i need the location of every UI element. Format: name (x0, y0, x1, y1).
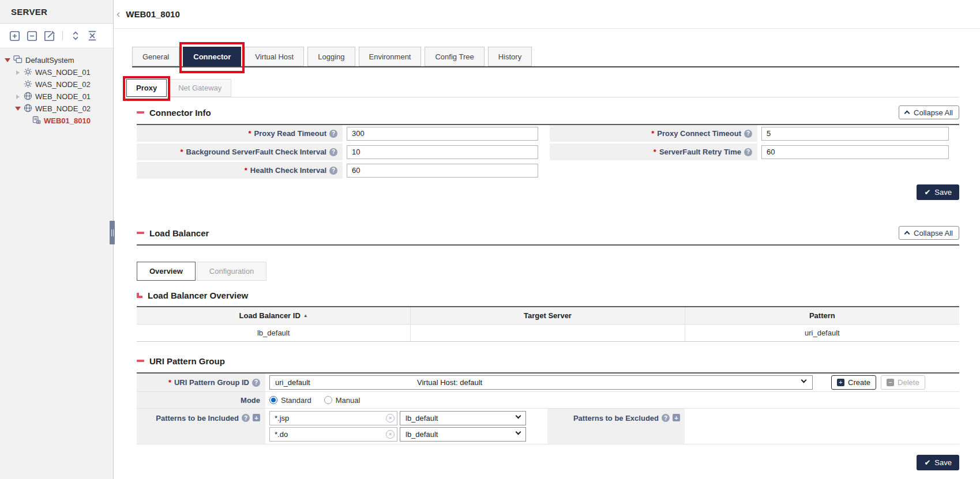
section-title: URI Pattern Group (137, 356, 225, 366)
help-icon[interactable]: ? (329, 167, 337, 175)
create-button[interactable]: + Create (831, 375, 876, 390)
radio-label-manual[interactable]: Manual (336, 396, 361, 405)
radio-standard[interactable] (269, 396, 277, 404)
tree-item-label: WAS_NODE_01 (35, 68, 91, 77)
tree-item-was-node-01[interactable]: WAS_NODE_01 (5, 66, 111, 78)
help-icon[interactable]: ? (329, 148, 337, 156)
delete-button[interactable]: − Delete (881, 375, 925, 390)
column-header-load-balancer-id[interactable]: Load Balancer ID ▲ (137, 307, 411, 324)
main-content: General Connector Virtual Host Logging E… (114, 29, 980, 479)
pattern-lb-select[interactable]: lb_default (400, 427, 526, 442)
background-serverfault-check-interval-input[interactable] (347, 145, 538, 159)
expanded-arrow-icon[interactable] (5, 58, 10, 62)
radio-manual[interactable] (324, 396, 332, 404)
tab-config-tree[interactable]: Config Tree (425, 47, 484, 66)
server-icon (32, 116, 41, 126)
patterns-row: Patterns to be Included ? + ✕ lb_default (137, 409, 959, 444)
help-icon[interactable]: ? (744, 130, 752, 138)
pattern-input-jsp[interactable] (269, 411, 397, 425)
section-title: Load Balancer (137, 228, 209, 238)
globe-icon (24, 92, 32, 102)
uri-pattern-group-select[interactable]: uri_default Virtual Host: default (269, 375, 813, 390)
chevron-up-icon (904, 111, 910, 116)
connector-subtabbar: Proxy Net Gateway (126, 79, 959, 97)
tab-environment[interactable]: Environment (359, 47, 422, 66)
add-pattern-icon[interactable]: + (253, 414, 260, 421)
cell-load-balancer-id: lb_default (137, 325, 411, 341)
tab-configuration[interactable]: Configuration (197, 262, 266, 281)
collapsed-arrow-icon[interactable] (15, 70, 21, 75)
column-header-target-server[interactable]: Target Server (411, 307, 685, 324)
section-title: Connector Info (137, 108, 211, 118)
field-label-patterns-included: Patterns to be Included ? + (137, 409, 265, 444)
subtab-proxy[interactable]: Proxy (126, 79, 167, 97)
tree-item-label: WEB01_8010 (44, 116, 91, 125)
tab-overview[interactable]: Overview (137, 262, 196, 281)
clear-icon[interactable]: ✕ (386, 430, 395, 439)
collapse-all-tree-icon[interactable] (87, 31, 97, 41)
system-icon (13, 55, 22, 65)
tab-virtual-host[interactable]: Virtual Host (245, 47, 304, 66)
selected-value: uri_default (275, 378, 310, 387)
chevron-down-icon (516, 413, 521, 419)
check-icon: ✔ (924, 458, 930, 467)
chevron-down-icon (801, 378, 807, 383)
tree-item-was-node-02[interactable]: WAS_NODE_02 (5, 78, 111, 90)
column-header-pattern[interactable]: Pattern (685, 307, 959, 324)
tree-add-icon[interactable] (9, 31, 20, 42)
save-button[interactable]: ✔ Save (917, 455, 959, 470)
help-icon[interactable]: ? (252, 379, 260, 387)
connector-info-header: Connector Info Collapse All (137, 105, 959, 120)
tree-item-defaultsystem[interactable]: DefaultSystem (5, 54, 111, 66)
serverfault-retry-time-input[interactable] (761, 145, 949, 159)
add-pattern-icon[interactable]: + (673, 414, 680, 421)
load-balancer-tabbar: Overview Configuration (137, 262, 959, 281)
sidebar-splitter[interactable] (110, 221, 115, 244)
tab-general[interactable]: General (132, 47, 179, 66)
expanded-arrow-icon[interactable] (15, 107, 21, 111)
tab-history[interactable]: History (488, 47, 532, 66)
tree-edit-icon[interactable] (44, 31, 55, 42)
tree-item-web-node-02[interactable]: WEB_NODE_02 (5, 103, 111, 115)
cell-target-server (411, 325, 685, 341)
help-icon[interactable]: ? (662, 414, 670, 422)
radio-label-standard[interactable]: Standard (281, 396, 311, 405)
page-title: WEB01_8010 (126, 9, 179, 19)
collapse-all-button[interactable]: Collapse All (899, 226, 959, 240)
pattern-input-do[interactable] (269, 427, 397, 442)
pattern-lb-select[interactable]: lb_default (400, 411, 526, 425)
health-check-interval-input[interactable] (347, 164, 538, 178)
back-chevron-icon[interactable]: ‹ (117, 8, 126, 20)
clear-icon[interactable]: ✕ (386, 414, 395, 423)
field-label-uri-pattern-group-id: * URI Pattern Group ID ? (137, 374, 265, 391)
chevron-up-icon (904, 231, 910, 237)
tree-item-web-node-01[interactable]: WEB_NODE_01 (5, 90, 111, 103)
tab-connector[interactable]: Connector (183, 47, 241, 66)
help-icon[interactable]: ? (242, 414, 250, 422)
table-row[interactable]: lb_default uri_default (137, 325, 959, 342)
load-balancer-overview-header: Load Balancer Overview (137, 289, 959, 301)
save-button[interactable]: ✔ Save (917, 184, 959, 200)
section-dash-icon (137, 360, 144, 362)
tab-logging[interactable]: Logging (307, 47, 355, 66)
expand-all-icon[interactable] (70, 31, 81, 41)
check-icon: ✔ (924, 188, 930, 197)
collapsed-arrow-icon[interactable] (15, 95, 21, 99)
virtual-host-value: Virtual Host: default (417, 378, 482, 387)
section-dash-icon (137, 111, 144, 114)
proxy-connect-timeout-input[interactable] (761, 127, 949, 141)
help-icon[interactable]: ? (329, 130, 337, 138)
required-asterisk: * (248, 129, 251, 138)
help-icon[interactable]: ? (744, 148, 752, 156)
mode-row: Mode Standard Manual (137, 392, 959, 409)
section-dash-icon (137, 232, 144, 234)
proxy-read-timeout-input[interactable] (347, 127, 538, 141)
collapse-all-button[interactable]: Collapse All (899, 105, 959, 119)
required-asterisk: * (168, 378, 171, 387)
subtab-net-gateway[interactable]: Net Gateway (168, 79, 231, 97)
subsection-corner-icon (137, 293, 142, 298)
tree-item-web01-8010[interactable]: WEB01_8010 (5, 115, 111, 127)
field-label-proxy-read-timeout: * Proxy Read Timeout ? (137, 125, 343, 142)
tree-remove-icon[interactable] (27, 31, 37, 42)
tree-item-label: DefaultSystem (25, 56, 74, 65)
